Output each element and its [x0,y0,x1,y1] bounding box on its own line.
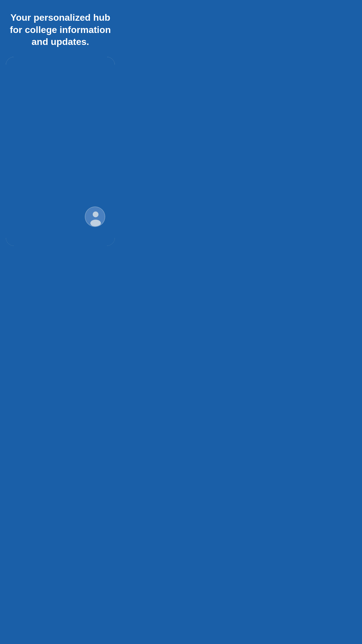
phone-mockup: ⚠ Weather Alert-Severe Storms › Workday … [6,57,115,246]
svg-point-35 [93,211,99,217]
hero-section: Your personalized hub for college inform… [0,0,121,57]
hero-title: Your personalized hub for college inform… [9,12,112,48]
group-card-side[interactable] [78,193,111,240]
groups-cards: ING DOESN'T BEING FIRST. S YOU'RE DOIN N… [9,193,111,240]
suggested-groups-section: Suggested Groups View All ING DOESN'T BE… [6,176,115,240]
phone-content: ⚠ Weather Alert-Severe Storms › Workday … [6,57,115,246]
svg-point-36 [90,220,101,227]
